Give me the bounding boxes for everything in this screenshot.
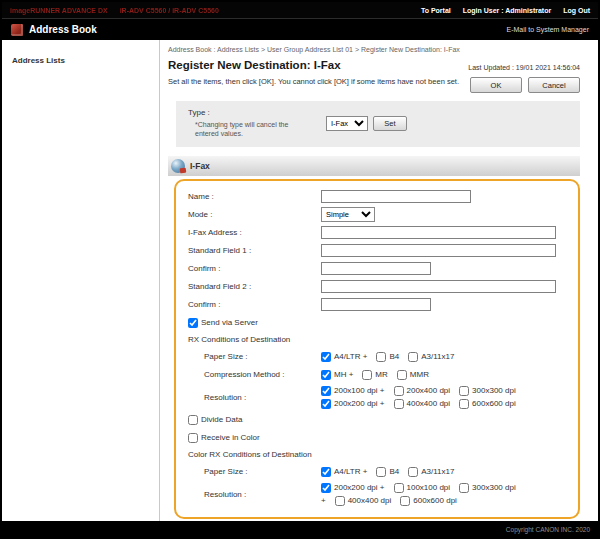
send-via-server-row: Send via Server (188, 314, 568, 332)
confirm-2-input[interactable] (321, 298, 431, 311)
standard-field-2-row: Standard Field 2 : (188, 278, 568, 296)
set-button[interactable]: Set (373, 116, 407, 131)
instruction-text: Set all the items, then click [OK]. You … (168, 77, 468, 88)
option-checkbox[interactable] (321, 386, 331, 396)
option-checkbox[interactable] (335, 496, 345, 506)
name-label: Name : (188, 192, 321, 201)
option-checkbox[interactable] (459, 483, 469, 493)
rx-paper-size-row: Paper Size : A4/LTR +B4A3/11x17 (188, 348, 568, 366)
checkbox-option[interactable]: 400x400 dpi (335, 496, 392, 506)
sidebar: Address Lists (2, 40, 160, 521)
option-checkbox[interactable] (321, 352, 331, 362)
option-checkbox[interactable] (321, 483, 331, 493)
option-label: A4/LTR + (334, 467, 367, 476)
option-label: MH + (334, 370, 353, 379)
checkbox-option[interactable]: 400x400 dpi (394, 399, 451, 409)
option-checkbox[interactable] (321, 399, 331, 409)
option-checkbox[interactable] (321, 467, 331, 477)
option-checkbox[interactable] (459, 386, 469, 396)
action-buttons: OK Cancel (470, 77, 580, 93)
checkbox-option[interactable]: MH + (321, 370, 353, 380)
option-checkbox[interactable] (408, 467, 418, 477)
option-checkbox[interactable] (400, 496, 410, 506)
device-model: iR-ADV C5560 / iR-ADV C5560 (120, 7, 219, 14)
checkbox-option[interactable]: 200x200 dpi + (321, 399, 385, 409)
page-body: Address Lists Address Book : Address Lis… (2, 40, 598, 521)
receive-in-color-row: Receive in Color (188, 429, 568, 447)
send-via-server-box[interactable] (188, 318, 198, 328)
checkbox-option[interactable]: 200x100 dpi + (321, 386, 385, 396)
log-out-link[interactable]: Log Out (563, 7, 590, 14)
divide-data-box[interactable] (188, 415, 198, 425)
ifax-address-label: I-Fax Address : (188, 228, 321, 237)
option-label: A3/11x17 (421, 352, 454, 361)
receive-in-color-box[interactable] (188, 433, 198, 443)
option-checkbox[interactable] (459, 399, 469, 409)
option-checkbox[interactable] (362, 370, 372, 380)
type-controls: I-Fax Set (326, 116, 407, 131)
mode-select[interactable]: Simple (321, 207, 375, 222)
cancel-button[interactable]: Cancel (528, 77, 580, 93)
standard-field-2-input[interactable] (321, 280, 556, 293)
app-title-bar: Address Book E-Mail to System Manager (2, 18, 598, 40)
remote-ui-page: imageRUNNER ADVANCE DX iR-ADV C5560 / iR… (0, 0, 600, 539)
top-bar: imageRUNNER ADVANCE DX iR-ADV C5560 / iR… (2, 2, 598, 18)
color-rx-conditions-title: Color RX Conditions of Destination (188, 447, 568, 463)
checkbox-option[interactable]: A4/LTR + (321, 352, 367, 362)
receive-in-color-checkbox[interactable]: Receive in Color (188, 433, 260, 443)
standard-field-1-input[interactable] (321, 244, 556, 257)
option-checkbox[interactable] (394, 399, 404, 409)
option-checkbox[interactable] (376, 352, 386, 362)
checkbox-option[interactable]: 200x400 dpi (394, 386, 451, 396)
receive-in-color-label: Receive in Color (201, 433, 260, 442)
option-checkbox[interactable] (397, 370, 407, 380)
option-checkbox[interactable] (394, 386, 404, 396)
sidebar-item-address-lists[interactable]: Address Lists (12, 56, 65, 65)
option-checkbox[interactable] (376, 467, 386, 477)
checkbox-option[interactable]: MMR (397, 370, 429, 380)
checkbox-option[interactable]: B4 (376, 467, 399, 477)
divide-data-checkbox[interactable]: Divide Data (188, 415, 242, 425)
confirm-1-input[interactable] (321, 262, 431, 275)
checkbox-option[interactable]: A4/LTR + (321, 467, 367, 477)
rx-resolution-line-1: 200x100 dpi +200x400 dpi300x300 dpi (321, 386, 516, 396)
standard-field-1-label: Standard Field 1 : (188, 246, 321, 255)
option-checkbox[interactable] (394, 483, 404, 493)
option-checkbox[interactable] (321, 370, 331, 380)
to-portal-link[interactable]: To Portal (421, 7, 451, 14)
checkbox-option[interactable]: B4 (376, 352, 399, 362)
option-checkbox[interactable] (408, 352, 418, 362)
option-label: B4 (389, 467, 399, 476)
option-label: 200x200 dpi + (334, 483, 385, 492)
device-name: imageRUNNER ADVANCE DX (10, 7, 108, 14)
ok-button[interactable]: OK (470, 77, 522, 93)
ifax-icon (171, 159, 185, 173)
option-label: 600x600 dpi (472, 399, 516, 408)
option-label: 300x300 dpi (472, 483, 516, 492)
send-via-server-checkbox[interactable]: Send via Server (188, 318, 258, 328)
main-content: Address Book : Address Lists > User Grou… (160, 40, 598, 521)
checkbox-option[interactable]: A3/11x17 (408, 352, 454, 362)
checkbox-option[interactable]: MR (362, 370, 387, 380)
option-label: MR (375, 370, 387, 379)
breadcrumb[interactable]: Address Book : Address Lists > User Grou… (168, 46, 580, 53)
color-rx-paper-size-row: Paper Size : A4/LTR +B4A3/11x17 (188, 463, 568, 481)
checkbox-option[interactable]: A3/11x17 (408, 467, 454, 477)
send-via-server-label: Send via Server (201, 318, 258, 327)
email-to-system-manager-link[interactable]: E-Mail to System Manager (507, 26, 589, 33)
option-label: 200x100 dpi + (334, 386, 385, 395)
type-note: *Changing type will cancel the entered v… (188, 120, 300, 139)
name-input[interactable] (321, 190, 471, 203)
checkbox-option[interactable]: 200x200 dpi + (321, 483, 385, 493)
rx-resolution-lines: 200x100 dpi +200x400 dpi300x300 dpi 200x… (321, 384, 516, 411)
checkbox-option[interactable]: 300x300 dpi (459, 386, 516, 396)
login-user-label: Login User : Administrator (463, 7, 551, 14)
checkbox-option[interactable]: 100x100 dpi (394, 483, 451, 493)
checkbox-option[interactable]: 600x600 dpi (400, 496, 457, 506)
mode-label: Mode : (188, 210, 321, 219)
ifax-address-row: I-Fax Address : (188, 224, 568, 242)
checkbox-option[interactable]: 600x600 dpi (459, 399, 516, 409)
type-select[interactable]: I-Fax (326, 116, 368, 131)
ifax-address-input[interactable] (321, 226, 556, 239)
checkbox-option[interactable]: 300x300 dpi (459, 483, 516, 493)
